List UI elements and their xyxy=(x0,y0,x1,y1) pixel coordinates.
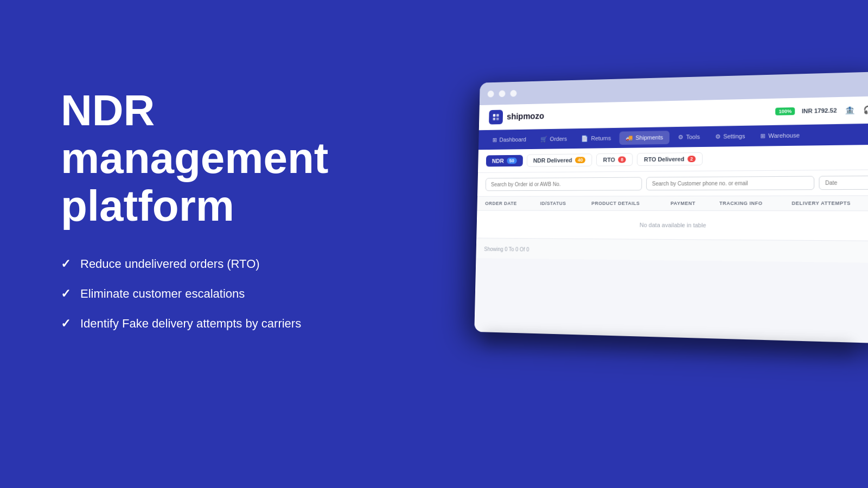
pagination-info: Showing 0 To 0 Of 0 xyxy=(484,246,529,252)
tab-rto-delivered-badge: 2 xyxy=(687,156,695,162)
nav-settings-label: Settings xyxy=(723,133,745,140)
feature-text-3: Identify Fake delivery attempts by carri… xyxy=(80,316,301,332)
nav-dashboard-label: Dashboard xyxy=(499,136,526,143)
tab-rto-label: RTO xyxy=(603,157,615,163)
nav-warehouse-label: Warehouse xyxy=(768,132,800,139)
tab-rto[interactable]: RTO 8 xyxy=(596,153,633,166)
date-input[interactable] xyxy=(819,176,868,190)
traffic-light-green xyxy=(510,89,516,97)
tab-ndr[interactable]: NDR 50 xyxy=(486,155,523,167)
headset-icon: 🎧 xyxy=(862,104,868,115)
feature-text-1: Reduce undelivered orders (RTO) xyxy=(80,256,260,273)
main-title: NDR management platform xyxy=(61,87,332,230)
table-container: ORDER DATE ID/STATUS PRODUCT DETAILS PAY… xyxy=(476,196,868,241)
col-product-details: PRODUCT DETAILS xyxy=(591,201,671,206)
tabs-bar: NDR 50 NDR Delivered 40 RTO 8 RTO Delive… xyxy=(478,145,868,173)
nav-dashboard[interactable]: ⊞ Dashboard xyxy=(487,133,533,146)
col-id-status: ID/STATUS xyxy=(540,201,592,206)
nav-returns-label: Returns xyxy=(591,135,611,142)
balance-amount: INR 1792.52 xyxy=(802,107,837,114)
traffic-light-red xyxy=(488,91,494,98)
feature-list: ✓ Reduce undelivered orders (RTO) ✓ Elim… xyxy=(61,256,332,332)
feature-item-2: ✓ Eliminate customer escalations xyxy=(61,286,332,303)
col-tracking-info: TRACKING INFO xyxy=(719,201,792,206)
feature-item-3: ✓ Identify Fake delivery attempts by car… xyxy=(61,316,332,332)
header-right: 100% INR 1792.52 🏦 🎧 xyxy=(775,104,868,117)
svg-rect-3 xyxy=(496,118,499,120)
dashboard-icon: ⊞ xyxy=(493,137,497,143)
shipments-icon: 🚚 xyxy=(626,134,633,142)
warehouse-icon: ⊞ xyxy=(761,132,765,139)
col-delivery-attempts: DELIVERY ATTEMPTS xyxy=(792,201,868,206)
feature-text-2: Eliminate customer escalations xyxy=(80,286,245,303)
tools-icon: ⚙ xyxy=(678,133,684,140)
nav-shipments-label: Shipments xyxy=(635,134,663,141)
tab-rto-delivered-label: RTO Delivered xyxy=(644,156,684,163)
svg-rect-0 xyxy=(493,114,496,117)
check-icon-1: ✓ xyxy=(61,257,71,271)
traffic-light-yellow xyxy=(499,90,505,97)
browser-content: shipmozo 100% INR 1792.52 🏦 🎧 ⊞ Dashboar… xyxy=(474,96,868,343)
tab-rto-delivered[interactable]: RTO Delivered 2 xyxy=(637,152,703,166)
tab-ndr-badge: 50 xyxy=(507,158,517,164)
left-panel: NDR management platform ✓ Reduce undeliv… xyxy=(61,87,332,332)
check-icon-2: ✓ xyxy=(61,287,71,301)
tab-ndr-label: NDR xyxy=(492,158,504,164)
logo-area: shipmozo xyxy=(489,109,544,125)
nav-returns[interactable]: 📄 Returns xyxy=(575,131,617,145)
table-empty-message: No data available in table xyxy=(476,211,868,241)
tab-ndr-delivered-badge: 40 xyxy=(575,157,585,163)
nav-shipments[interactable]: 🚚 Shipments xyxy=(619,131,669,145)
wallet-icon: 🏦 xyxy=(844,105,855,116)
table-header: ORDER DATE ID/STATUS PRODUCT DETAILS PAY… xyxy=(477,196,868,211)
tab-rto-badge: 8 xyxy=(618,156,626,163)
settings-icon: ⚙ xyxy=(715,133,720,140)
browser-mockup-wrapper: shipmozo 100% INR 1792.52 🏦 🎧 ⊞ Dashboar… xyxy=(474,72,868,344)
nav-settings[interactable]: ⚙ Settings xyxy=(709,129,752,143)
search-customer-input[interactable] xyxy=(646,176,814,191)
check-icon-3: ✓ xyxy=(61,317,71,331)
svg-rect-2 xyxy=(493,118,496,120)
tab-ndr-delivered[interactable]: NDR Delivered 40 xyxy=(527,153,592,166)
logo-icon xyxy=(489,110,503,125)
col-order-date: ORDER DATE xyxy=(485,201,540,206)
balance-badge: 100% xyxy=(775,107,795,115)
search-order-input[interactable] xyxy=(486,177,642,191)
browser-mockup: shipmozo 100% INR 1792.52 🏦 🎧 ⊞ Dashboar… xyxy=(474,72,868,344)
tab-ndr-delivered-label: NDR Delivered xyxy=(533,157,572,164)
nav-warehouse[interactable]: ⊞ Warehouse xyxy=(754,129,807,143)
table-footer: Showing 0 To 0 Of 0 xyxy=(476,237,868,262)
svg-rect-1 xyxy=(496,114,499,117)
nav-tools-label: Tools xyxy=(686,133,700,140)
feature-item-1: ✓ Reduce undelivered orders (RTO) xyxy=(61,256,332,273)
returns-icon: 📄 xyxy=(581,135,588,142)
search-area xyxy=(477,170,868,196)
nav-orders[interactable]: 🛒 Orders xyxy=(534,132,573,146)
logo-text: shipmozo xyxy=(507,112,544,122)
col-payment: PAYMENT xyxy=(671,201,719,206)
nav-tools[interactable]: ⚙ Tools xyxy=(672,130,706,144)
orders-icon: 🛒 xyxy=(540,136,547,143)
nav-orders-label: Orders xyxy=(550,136,567,142)
